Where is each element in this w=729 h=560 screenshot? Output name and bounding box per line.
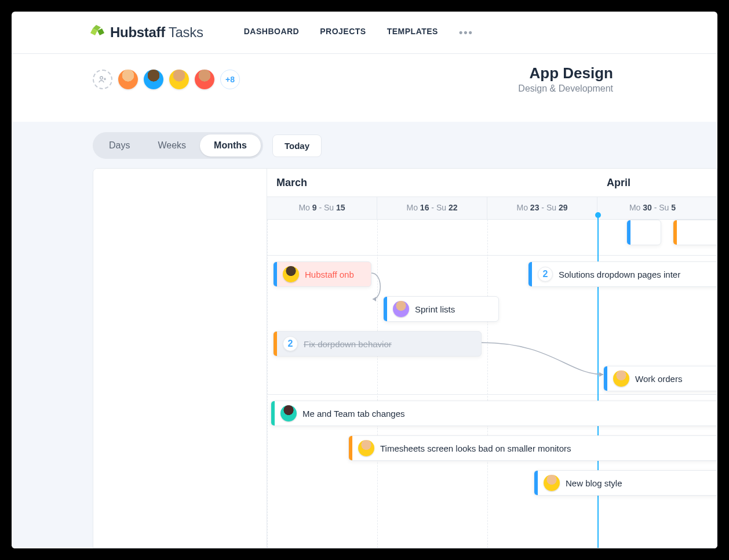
logo-text: Hubstaff Tasks — [110, 24, 203, 41]
row-labels-column — [93, 169, 267, 548]
task-title: Sprint lists — [415, 304, 455, 314]
zoom-segmented: Days Weeks Months — [93, 132, 263, 159]
task-card[interactable] — [626, 220, 661, 245]
month-header: March April — [267, 169, 717, 197]
card-accent — [673, 220, 677, 245]
task-title: Timesheets screen looks bad on smaller m… — [380, 443, 571, 453]
task-title: Work orders — [635, 374, 682, 384]
avatar-icon — [393, 301, 409, 317]
zoom-weeks[interactable]: Weeks — [144, 134, 200, 157]
task-card-solutions[interactable]: 2 Solutions dropdown pages inter — [528, 261, 717, 287]
task-title: Fix dorpdown behavior — [304, 339, 392, 349]
task-card-work-orders[interactable]: Work orders — [603, 366, 717, 391]
add-person-icon — [98, 75, 107, 84]
add-member-button[interactable] — [93, 70, 112, 89]
card-accent — [349, 436, 352, 460]
zoom-days[interactable]: Days — [95, 134, 144, 157]
subheader: +8 App Design Design & Development — [12, 53, 717, 104]
avatar[interactable] — [195, 70, 214, 89]
member-avatars: +8 — [93, 70, 240, 89]
task-card-sprint[interactable]: Sprint lists — [383, 296, 499, 322]
today-dot-icon — [595, 212, 601, 218]
view-controls: Days Weeks Months Today — [12, 122, 717, 159]
task-card-me-team[interactable]: Me and Team tab changes — [271, 401, 717, 426]
logo[interactable]: Hubstaff Tasks — [87, 23, 203, 42]
gantt-grid[interactable]: March April Mo 9 - Su 15 Mo 16 - Su 22 M… — [93, 168, 717, 548]
zoom-months[interactable]: Months — [200, 134, 261, 157]
nav-projects[interactable]: PROJECTS — [320, 27, 366, 39]
nav-links: DASHBOARD PROJECTS TEMPLATES ••• — [244, 27, 473, 39]
avatar-overflow-count[interactable]: +8 — [220, 70, 240, 89]
card-accent — [604, 366, 607, 391]
task-card-blog[interactable]: New blog style — [534, 470, 717, 496]
card-accent — [274, 262, 277, 286]
month-march: March — [267, 169, 597, 197]
card-accent — [528, 262, 532, 286]
week-col: Mo 30 - Su 5 — [597, 197, 708, 219]
task-card-fix-dropdown[interactable]: 2 Fix dorpdown behavior — [273, 331, 482, 357]
assignee-count: 2 — [283, 336, 298, 351]
avatar[interactable] — [169, 70, 189, 89]
week-col: Mo 16 - Su 22 — [377, 197, 487, 219]
week-col: Mo 9 - Su 15 — [267, 197, 377, 219]
project-subtitle: Design & Development — [518, 83, 613, 94]
project-header: App Design Design & Development — [518, 64, 613, 94]
nav-dashboard[interactable]: DASHBOARD — [244, 27, 300, 39]
avatar-icon — [613, 370, 629, 387]
card-accent — [274, 332, 277, 356]
svg-point-0 — [100, 77, 103, 79]
card-accent — [534, 471, 538, 495]
avatar[interactable] — [144, 70, 163, 89]
task-card[interactable] — [673, 220, 717, 245]
card-accent — [627, 220, 630, 245]
task-title: Solutions dropdown pages inter — [559, 270, 680, 279]
task-card-hubstaff[interactable]: Hubstaff onb — [273, 261, 371, 287]
avatar-icon — [280, 405, 297, 421]
top-nav: Hubstaff Tasks DASHBOARD PROJECTS TEMPLA… — [12, 12, 717, 53]
avatar-icon — [544, 475, 560, 491]
month-april: April — [597, 169, 640, 197]
project-title: App Design — [518, 64, 613, 82]
timeline-area: Days Weeks Months Today March April Mo 9… — [12, 122, 717, 548]
task-card-timesheets[interactable]: Timesheets screen looks bad on smaller m… — [348, 435, 717, 461]
nav-templates[interactable]: TEMPLATES — [387, 27, 438, 39]
avatar-icon — [283, 266, 299, 282]
today-button[interactable]: Today — [272, 134, 322, 157]
avatar-icon — [358, 440, 374, 456]
week-col: Mo 23 - Su 29 — [487, 197, 597, 219]
card-accent — [384, 297, 387, 321]
week-header: Mo 9 - Su 15 Mo 16 - Su 22 Mo 23 - Su 29… — [267, 197, 717, 220]
avatar[interactable] — [118, 70, 138, 89]
logo-icon — [87, 23, 105, 42]
assignee-count: 2 — [538, 267, 553, 282]
nav-more-icon[interactable]: ••• — [459, 27, 473, 39]
task-title: Hubstaff onb — [305, 270, 354, 279]
task-title: Me and Team tab changes — [302, 409, 405, 419]
card-accent — [271, 401, 275, 426]
task-title: New blog style — [566, 478, 622, 488]
